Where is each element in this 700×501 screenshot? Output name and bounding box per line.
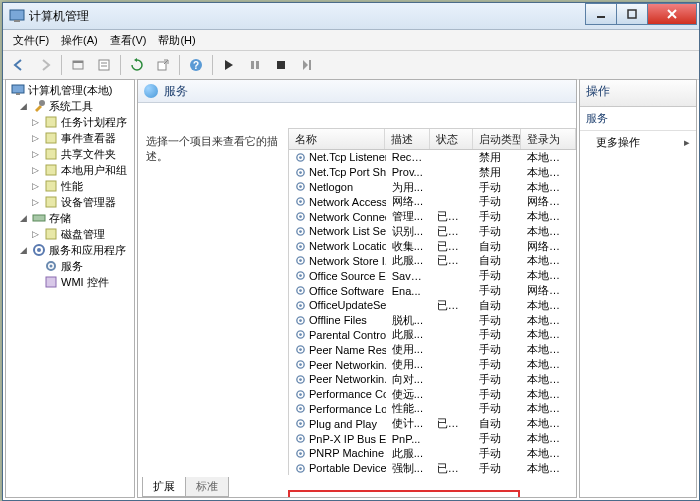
service-row[interactable]: Office Software ...Ena...手动网络服务 [289,283,576,298]
service-row[interactable]: Peer Networkin...向对...手动本地服务 [289,372,576,387]
col-name[interactable]: 名称 [289,129,385,149]
service-name: Parental Controls [309,329,386,341]
pause-service-button[interactable] [243,53,267,77]
svg-point-48 [299,245,302,248]
service-row[interactable]: Peer Networkin...使用...手动本地服务 [289,357,576,372]
collapse-icon[interactable]: ◢ [18,213,29,224]
service-name: Performance Co... [309,388,386,400]
service-row[interactable]: Network Connec...管理...已启动手动本地系统 [289,209,576,224]
tree-item[interactable]: ▷本地用户和组 [6,162,134,178]
actions-more[interactable]: 更多操作 ▸ [580,131,696,154]
refresh-button[interactable] [125,53,149,77]
service-row[interactable]: Parental Controls此服...手动本地服务 [289,328,576,343]
back-button[interactable] [7,53,31,77]
service-start: 自动 [473,298,521,313]
svg-rect-15 [251,61,254,69]
service-row[interactable]: Performance Lo...性能...手动本地服务 [289,402,576,417]
service-start: 手动 [473,342,521,357]
menu-action[interactable]: 操作(A) [55,31,104,50]
tree-storage[interactable]: ◢ 存储 [6,210,134,226]
expand-icon[interactable]: ▷ [30,197,41,208]
expand-icon[interactable]: ▷ [30,133,41,144]
col-status[interactable]: 状态 [430,129,473,149]
close-button[interactable] [647,3,697,25]
tab-standard[interactable]: 标准 [185,477,229,497]
tree-item[interactable]: ▷共享文件夹 [6,146,134,162]
service-icon [295,270,306,281]
service-row[interactable]: Net.Tcp Listener...Rece...禁用本地服务 [289,150,576,165]
service-icon [295,167,306,178]
service-row[interactable]: Network Locatio...收集...已启动自动网络服务 [289,239,576,254]
stop-service-button[interactable] [269,53,293,77]
properties-button[interactable] [92,53,116,77]
tab-extended[interactable]: 扩展 [142,477,186,497]
service-desc: 管理... [386,209,431,224]
services-icon [32,243,46,257]
svg-rect-22 [46,117,56,127]
menu-help[interactable]: 帮助(H) [152,31,201,50]
service-row[interactable]: Portable Device ...强制...已启动手动本地系统 [289,461,576,475]
service-logon: 本地系统 [521,313,576,328]
service-desc: 使用... [386,357,431,372]
svg-point-76 [299,452,302,455]
service-row[interactable]: PNRP Machine ...此服...手动本地服务 [289,446,576,461]
help-button[interactable]: ? [184,53,208,77]
minimize-button[interactable] [585,3,617,25]
refresh-icon[interactable] [144,84,158,98]
service-row[interactable]: Netlogon为用...手动本地系统 [289,180,576,195]
col-start[interactable]: 启动类型 [473,129,521,149]
service-row[interactable]: Office Source E...Save...手动本地系统 [289,268,576,283]
tree-services-apps[interactable]: ◢ 服务和应用程序 [6,242,134,258]
col-desc[interactable]: 描述 [385,129,430,149]
tree-item[interactable]: ▷磁盘管理 [6,226,134,242]
restart-service-button[interactable] [295,53,319,77]
expand-icon[interactable]: ▷ [30,149,41,160]
service-row[interactable]: Network Access ...网络...手动网络服务 [289,194,576,209]
tree-system-tools[interactable]: ◢ 系统工具 [6,98,134,114]
tree-item[interactable]: ▷任务计划程序 [6,114,134,130]
tree-root[interactable]: 计算机管理(本地) [6,82,134,98]
menu-view[interactable]: 查看(V) [104,31,153,50]
service-row[interactable]: OfficeUpdateSer...已启动自动本地系统 [289,298,576,313]
tree-item[interactable]: 服务 [6,258,134,274]
expand-icon[interactable]: ▷ [30,165,41,176]
tree-item[interactable]: ▷性能 [6,178,134,194]
start-service-button[interactable] [217,53,241,77]
service-name: Portable Device ... [309,462,386,474]
toolbar-sep [212,55,213,75]
window-title: 计算机管理 [29,8,586,25]
service-row[interactable]: Performance Co...使远...手动本地服务 [289,387,576,402]
svg-rect-8 [99,60,109,70]
col-logon[interactable]: 登录为 [521,129,576,149]
service-row[interactable]: PnP-X IP Bus En...PnP...手动本地系统 [289,431,576,446]
tree-item[interactable]: ▷事件查看器 [6,130,134,146]
service-name: Office Source E... [309,270,386,282]
up-button[interactable] [66,53,90,77]
service-row[interactable]: Offline Files脱机...手动本地系统 [289,313,576,328]
service-desc: Prov... [386,166,431,178]
expand-icon[interactable]: ▷ [30,181,41,192]
svg-text:?: ? [193,60,199,71]
menu-file[interactable]: 文件(F) [7,31,55,50]
service-row[interactable]: Network List Ser...识别...已启动手动本地服务 [289,224,576,239]
service-name: Plug and Play [309,418,377,430]
expand-icon[interactable]: ▷ [30,117,41,128]
forward-button[interactable] [33,53,57,77]
actions-group: 服务 [580,107,696,131]
svg-rect-0 [10,10,24,20]
collapse-icon[interactable]: ◢ [18,245,29,256]
service-rows[interactable]: Net.Tcp Listener...Rece...禁用本地服务Net.Tcp … [289,150,576,475]
tree-label: 存储 [49,211,71,226]
tree-item[interactable]: ▷设备管理器 [6,194,134,210]
maximize-button[interactable] [616,3,648,25]
export-button[interactable] [151,53,175,77]
service-row[interactable]: Plug and Play使计...已启动自动本地系统 [289,416,576,431]
service-row[interactable]: Network Store I...此服...已启动自动本地服务 [289,254,576,269]
center-heading: 服务 [164,83,188,100]
expand-icon[interactable]: ▷ [30,229,41,240]
service-row[interactable]: Net.Tcp Port Sh...Prov...禁用本地服务 [289,165,576,180]
service-row[interactable]: Peer Name Res...使用...手动本地服务 [289,342,576,357]
collapse-icon[interactable]: ◢ [18,101,29,112]
tree-item[interactable]: WMI 控件 [6,274,134,290]
service-start: 手动 [473,313,521,328]
